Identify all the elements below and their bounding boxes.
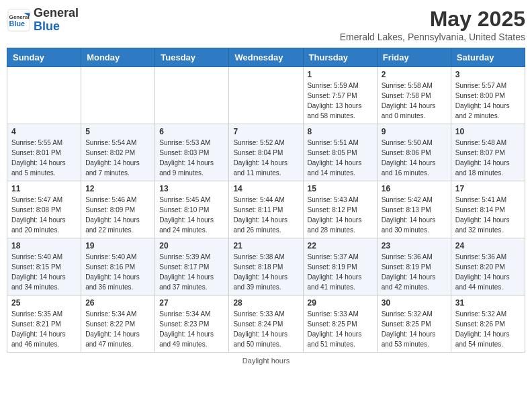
day-info: Sunrise: 5:57 AMSunset: 8:00 PMDaylight:… xyxy=(455,81,521,121)
calendar-cell: 31Sunrise: 5:32 AMSunset: 8:26 PMDayligh… xyxy=(451,295,525,353)
day-info: Sunrise: 5:41 AMSunset: 8:14 PMDaylight:… xyxy=(455,195,521,235)
calendar-cell: 25Sunrise: 5:35 AMSunset: 8:21 PMDayligh… xyxy=(7,295,81,353)
calendar-cell: 4Sunrise: 5:55 AMSunset: 8:01 PMDaylight… xyxy=(7,124,81,181)
day-number: 23 xyxy=(382,241,447,250)
day-number: 22 xyxy=(308,241,373,250)
calendar-cell: 30Sunrise: 5:32 AMSunset: 8:25 PMDayligh… xyxy=(377,295,451,353)
calendar-cell: 2Sunrise: 5:58 AMSunset: 7:58 PMDaylight… xyxy=(377,67,451,124)
day-number: 29 xyxy=(308,298,373,308)
day-number: 15 xyxy=(308,184,373,193)
day-info: Sunrise: 5:55 AMSunset: 8:01 PMDaylight:… xyxy=(11,138,77,178)
day-info: Sunrise: 5:44 AMSunset: 8:11 PMDaylight:… xyxy=(233,195,298,235)
day-info: Sunrise: 5:34 AMSunset: 8:23 PMDaylight:… xyxy=(159,309,224,349)
calendar-cell: 20Sunrise: 5:39 AMSunset: 8:17 PMDayligh… xyxy=(155,238,229,295)
calendar-cell: 9Sunrise: 5:50 AMSunset: 8:06 PMDaylight… xyxy=(377,124,451,181)
day-info: Sunrise: 5:42 AMSunset: 8:13 PMDaylight:… xyxy=(382,195,447,235)
day-number: 8 xyxy=(308,127,373,136)
header-thursday: Thursday xyxy=(303,48,377,67)
week-row-1: 1Sunrise: 5:59 AMSunset: 7:57 PMDaylight… xyxy=(7,67,525,124)
header-friday: Friday xyxy=(377,48,451,67)
day-info: Sunrise: 5:52 AMSunset: 8:04 PMDaylight:… xyxy=(233,138,298,178)
calendar-cell xyxy=(155,67,229,124)
day-number: 7 xyxy=(233,127,298,136)
week-row-4: 18Sunrise: 5:40 AMSunset: 8:15 PMDayligh… xyxy=(7,238,525,295)
day-info: Sunrise: 5:36 AMSunset: 8:20 PMDaylight:… xyxy=(455,252,521,292)
day-info: Sunrise: 5:53 AMSunset: 8:03 PMDaylight:… xyxy=(159,138,224,178)
header-monday: Monday xyxy=(81,48,155,67)
day-number: 14 xyxy=(233,184,298,193)
day-number: 30 xyxy=(382,298,447,308)
day-info: Sunrise: 5:40 AMSunset: 8:15 PMDaylight:… xyxy=(11,252,77,292)
logo-text: General Blue xyxy=(34,7,79,34)
calendar-header-row: SundayMondayTuesdayWednesdayThursdayFrid… xyxy=(7,48,525,67)
calendar-cell: 21Sunrise: 5:38 AMSunset: 8:18 PMDayligh… xyxy=(229,238,303,295)
day-info: Sunrise: 5:34 AMSunset: 8:22 PMDaylight:… xyxy=(85,309,150,349)
title-area: May 2025 Emerald Lakes, Pennsylvania, Un… xyxy=(340,7,525,42)
calendar-cell: 24Sunrise: 5:36 AMSunset: 8:20 PMDayligh… xyxy=(451,238,525,295)
logo-icon: General Blue xyxy=(7,8,31,32)
header: General Blue General Blue May 2025 Emera… xyxy=(7,7,525,42)
day-number: 18 xyxy=(11,241,77,250)
header-sunday: Sunday xyxy=(7,48,81,67)
day-number: 6 xyxy=(159,127,224,136)
day-number: 12 xyxy=(85,184,150,193)
calendar-cell: 1Sunrise: 5:59 AMSunset: 7:57 PMDaylight… xyxy=(303,67,377,124)
calendar-cell: 8Sunrise: 5:51 AMSunset: 8:05 PMDaylight… xyxy=(303,124,377,181)
calendar-cell: 7Sunrise: 5:52 AMSunset: 8:04 PMDaylight… xyxy=(229,124,303,181)
calendar-cell: 16Sunrise: 5:42 AMSunset: 8:13 PMDayligh… xyxy=(377,181,451,238)
day-number: 27 xyxy=(159,298,224,308)
header-tuesday: Tuesday xyxy=(155,48,229,67)
day-number: 1 xyxy=(308,70,373,79)
calendar-cell: 17Sunrise: 5:41 AMSunset: 8:14 PMDayligh… xyxy=(451,181,525,238)
day-info: Sunrise: 5:36 AMSunset: 8:19 PMDaylight:… xyxy=(382,252,447,292)
day-info: Sunrise: 5:54 AMSunset: 8:02 PMDaylight:… xyxy=(85,138,150,178)
calendar-cell: 5Sunrise: 5:54 AMSunset: 8:02 PMDaylight… xyxy=(81,124,155,181)
day-info: Sunrise: 5:46 AMSunset: 8:09 PMDaylight:… xyxy=(85,195,150,235)
location-subtitle: Emerald Lakes, Pennsylvania, United Stat… xyxy=(340,32,525,42)
day-info: Sunrise: 5:48 AMSunset: 8:07 PMDaylight:… xyxy=(455,138,521,178)
day-number: 9 xyxy=(382,127,447,136)
calendar-cell xyxy=(7,67,81,124)
week-row-5: 25Sunrise: 5:35 AMSunset: 8:21 PMDayligh… xyxy=(7,295,525,353)
svg-text:Blue: Blue xyxy=(9,19,25,28)
calendar-cell: 18Sunrise: 5:40 AMSunset: 8:15 PMDayligh… xyxy=(7,238,81,295)
calendar-cell: 28Sunrise: 5:33 AMSunset: 8:24 PMDayligh… xyxy=(229,295,303,353)
day-number: 16 xyxy=(382,184,447,193)
day-info: Sunrise: 5:33 AMSunset: 8:25 PMDaylight:… xyxy=(308,309,373,349)
calendar-cell: 27Sunrise: 5:34 AMSunset: 8:23 PMDayligh… xyxy=(155,295,229,353)
day-number: 20 xyxy=(159,241,224,250)
header-saturday: Saturday xyxy=(451,48,525,67)
day-number: 11 xyxy=(11,184,77,193)
header-wednesday: Wednesday xyxy=(229,48,303,67)
calendar-cell: 14Sunrise: 5:44 AMSunset: 8:11 PMDayligh… xyxy=(229,181,303,238)
day-number: 4 xyxy=(11,127,77,136)
day-info: Sunrise: 5:51 AMSunset: 8:05 PMDaylight:… xyxy=(308,138,373,178)
calendar-cell: 13Sunrise: 5:45 AMSunset: 8:10 PMDayligh… xyxy=(155,181,229,238)
day-info: Sunrise: 5:59 AMSunset: 7:57 PMDaylight:… xyxy=(308,81,373,121)
day-info: Sunrise: 5:33 AMSunset: 8:24 PMDaylight:… xyxy=(233,309,298,349)
calendar-cell: 11Sunrise: 5:47 AMSunset: 8:08 PMDayligh… xyxy=(7,181,81,238)
day-number: 25 xyxy=(11,298,77,308)
day-number: 13 xyxy=(159,184,224,193)
day-info: Sunrise: 5:38 AMSunset: 8:18 PMDaylight:… xyxy=(233,252,298,292)
day-number: 5 xyxy=(85,127,150,136)
day-info: Sunrise: 5:32 AMSunset: 8:26 PMDaylight:… xyxy=(455,309,521,349)
day-number: 19 xyxy=(85,241,150,250)
day-info: Sunrise: 5:37 AMSunset: 8:19 PMDaylight:… xyxy=(308,252,373,292)
logo: General Blue General Blue xyxy=(7,7,79,34)
calendar-cell: 19Sunrise: 5:40 AMSunset: 8:16 PMDayligh… xyxy=(81,238,155,295)
week-row-2: 4Sunrise: 5:55 AMSunset: 8:01 PMDaylight… xyxy=(7,124,525,181)
day-info: Sunrise: 5:39 AMSunset: 8:17 PMDaylight:… xyxy=(159,252,224,292)
calendar-cell: 22Sunrise: 5:37 AMSunset: 8:19 PMDayligh… xyxy=(303,238,377,295)
calendar-cell: 15Sunrise: 5:43 AMSunset: 8:12 PMDayligh… xyxy=(303,181,377,238)
week-row-3: 11Sunrise: 5:47 AMSunset: 8:08 PMDayligh… xyxy=(7,181,525,238)
day-info: Sunrise: 5:45 AMSunset: 8:10 PMDaylight:… xyxy=(159,195,224,235)
day-number: 17 xyxy=(455,184,521,193)
month-title: May 2025 xyxy=(340,7,525,32)
calendar-cell: 10Sunrise: 5:48 AMSunset: 8:07 PMDayligh… xyxy=(451,124,525,181)
day-info: Sunrise: 5:35 AMSunset: 8:21 PMDaylight:… xyxy=(11,309,77,349)
day-info: Sunrise: 5:40 AMSunset: 8:16 PMDaylight:… xyxy=(85,252,150,292)
day-number: 31 xyxy=(455,298,521,308)
calendar-cell xyxy=(229,67,303,124)
day-number: 10 xyxy=(455,127,521,136)
